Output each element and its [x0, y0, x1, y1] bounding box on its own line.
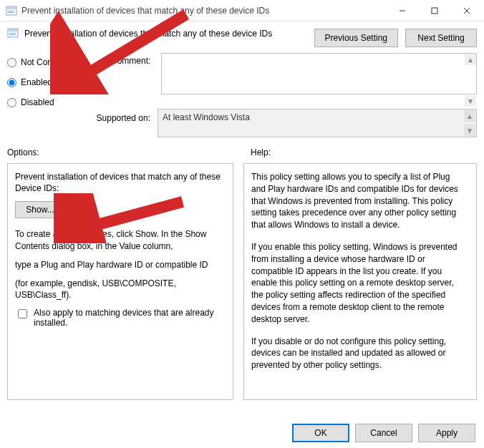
- comment-label: Comment:: [111, 53, 161, 107]
- radio-not-configured[interactable]: Not Configured: [7, 57, 111, 67]
- policy-icon: [7, 27, 19, 39]
- radio-enabled-label: Enabled: [21, 77, 52, 87]
- svg-rect-11: [9, 34, 16, 35]
- ok-button[interactable]: OK: [292, 424, 349, 442]
- options-hint-2: type a Plug and Play hardware ID or comp…: [15, 259, 226, 271]
- policy-title: Prevent installation of devices that mat…: [24, 26, 309, 39]
- help-paragraph-3: If you disable or do not configure this …: [251, 336, 465, 371]
- scroll-down-icon[interactable]: ▼: [464, 125, 475, 136]
- help-paragraph-2: If you enable this policy setting, Windo…: [251, 241, 465, 326]
- window-controls: [386, 0, 483, 21]
- minimize-button[interactable]: [386, 0, 418, 21]
- radio-disabled[interactable]: Disabled: [7, 97, 111, 107]
- supported-on-value: At least Windows Vista ▲ ▼: [158, 109, 477, 137]
- header-row: Prevent installation of devices that mat…: [0, 21, 484, 50]
- also-apply-checkbox-label: Also apply to matching devices that are …: [34, 308, 226, 328]
- apply-button[interactable]: Apply: [418, 424, 475, 442]
- svg-rect-1: [7, 7, 16, 9]
- help-heading: Help:: [243, 147, 477, 157]
- titlebar: Prevent installation of devices that mat…: [0, 0, 484, 21]
- options-subheading: Prevent installation of devices that mat…: [15, 171, 226, 194]
- scroll-down-icon[interactable]: ▼: [465, 95, 476, 107]
- close-button[interactable]: [450, 0, 483, 21]
- next-setting-button[interactable]: Next Setting: [405, 29, 477, 47]
- supported-row: Supported on: At least Windows Vista ▲ ▼: [0, 107, 484, 143]
- options-hint-1: To create a list of devices, click Show.…: [15, 228, 226, 251]
- scroll-up-icon[interactable]: ▲: [464, 110, 475, 122]
- radio-disabled-label: Disabled: [21, 97, 54, 107]
- supported-on-text: At least Windows Vista: [163, 112, 250, 122]
- comment-textarea[interactable]: [161, 53, 477, 94]
- main-row: Prevent installation of devices that mat…: [0, 160, 484, 400]
- supported-on-label: Supported on:: [7, 109, 158, 137]
- svg-rect-3: [8, 12, 14, 13]
- show-button[interactable]: Show...: [15, 201, 65, 218]
- radio-not-configured-label: Not Configured: [21, 57, 79, 67]
- svg-rect-5: [432, 8, 437, 14]
- previous-setting-button[interactable]: Previous Setting: [314, 29, 398, 47]
- help-paragraph-1: This policy setting allows you to specif…: [251, 171, 465, 231]
- scroll-up-icon[interactable]: ▲: [465, 54, 476, 65]
- window-title: Prevent installation of devices that mat…: [21, 6, 386, 16]
- state-row: Not Configured Enabled Disabled Comment:…: [0, 50, 484, 107]
- also-apply-checkbox[interactable]: Also apply to matching devices that are …: [15, 308, 226, 328]
- cancel-button[interactable]: Cancel: [355, 424, 412, 442]
- svg-rect-2: [8, 11, 14, 11]
- options-hint-3: (for example, gendisk, USB\COMPOSITE, US…: [15, 278, 226, 301]
- maximize-button[interactable]: [418, 0, 450, 21]
- svg-rect-9: [9, 29, 17, 31]
- svg-rect-10: [9, 33, 16, 34]
- radio-enabled[interactable]: Enabled: [7, 77, 111, 87]
- dialog-footer: OK Cancel Apply: [292, 424, 475, 442]
- options-heading: Options:: [7, 147, 243, 157]
- policy-window-icon: [6, 5, 17, 16]
- section-labels: Options: Help:: [0, 143, 484, 160]
- options-panel: Prevent installation of devices that mat…: [7, 163, 233, 400]
- help-panel: This policy setting allows you to specif…: [243, 163, 477, 400]
